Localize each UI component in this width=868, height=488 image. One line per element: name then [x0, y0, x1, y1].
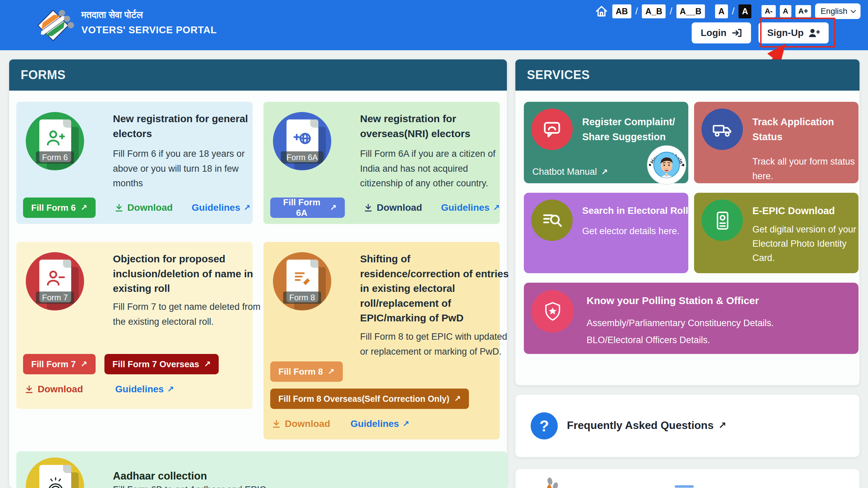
download-label: Download — [285, 418, 330, 429]
form6-description: Fill Form 6 if you are 18 years or above… — [113, 147, 265, 191]
form8-badge: Form 8 — [283, 292, 321, 304]
font-increase-button[interactable]: A+ — [795, 5, 811, 17]
chevron-down-icon — [851, 7, 856, 13]
form6a-guidelines-link[interactable]: Guidelines ↗ — [441, 202, 500, 213]
external-link-icon: ↗ — [402, 419, 409, 429]
form8-card: Form 8 Shifting of residence/correction … — [263, 242, 500, 439]
form7-badge: Form 7 — [36, 292, 74, 304]
search-electoral-roll-card[interactable]: Search in Electoral Roll Get elector det… — [524, 193, 688, 273]
app-header: मतदाता सेवा पोर्टल VOTERS' SERVICE PORTA… — [0, 0, 868, 50]
fill-form7-label: Fill Form 7 — [31, 359, 76, 370]
fill-form8-overseas-button[interactable]: Fill Form 8 Overseas(Self Correction Onl… — [270, 389, 469, 409]
home-icon[interactable] — [595, 4, 608, 18]
polling-line1: Assembly/Parliamentary Constituency Deta… — [587, 316, 851, 331]
person-plus-icon — [808, 27, 820, 38]
theme-light-button[interactable]: A — [715, 4, 728, 18]
skip-content-ab-button[interactable]: AB — [612, 4, 631, 18]
language-label: English — [821, 6, 847, 16]
separator: / — [635, 6, 638, 17]
partial-card — [515, 469, 860, 488]
voter-mitra-chatbot-button[interactable]: How can I help? Voter Mitra — [646, 145, 687, 185]
aadhaar-document-icon — [26, 457, 84, 488]
chatbot-manual-link[interactable]: Chatbot Manual ↗ — [532, 167, 608, 177]
register-complaint-title: Register Complaint/ Share Suggestion — [582, 115, 684, 144]
register-complaint-card[interactable]: Register Complaint/ Share Suggestion Cha… — [524, 102, 688, 183]
fill-form7-overseas-button[interactable]: Fill Form 7 Overseas ↗ — [104, 354, 219, 374]
form7-title: Objection for proposed inclusion/deletio… — [113, 251, 260, 296]
form8-title: Shifting of residence/correction of entr… — [360, 251, 509, 325]
external-link-icon: ↗ — [244, 203, 251, 212]
separator: / — [670, 6, 672, 17]
search-roll-description: Get elector details here. — [582, 224, 694, 239]
signup-label: Sign-Up — [767, 27, 804, 38]
form6a-badge: Form 6A — [281, 151, 323, 164]
search-roll-title: Search in Electoral Roll — [582, 204, 697, 218]
forms-section-title: FORMS — [9, 59, 507, 91]
form6a-download-link[interactable]: Download — [364, 202, 422, 213]
download-icon — [25, 385, 34, 394]
external-link-icon: ↗ — [80, 359, 87, 369]
polling-station-card[interactable]: Know your Polling Station & Officer Asse… — [524, 283, 859, 354]
fill-form7-button[interactable]: Fill Form 7 ↗ — [23, 354, 96, 374]
theme-dark-button[interactable]: A — [738, 4, 751, 18]
eepic-download-card[interactable]: E-EPIC Download Get digital version of y… — [694, 193, 859, 273]
eci-logo — [37, 7, 75, 44]
faq-card[interactable]: ? Frequently Asked Questions ↗ — [515, 395, 860, 457]
forms-panel: FORMS Form 6 New registration for genera… — [9, 59, 507, 488]
download-icon — [115, 203, 123, 212]
form6-download-link[interactable]: Download — [115, 202, 173, 213]
skip-content-a_b-button[interactable]: A_B — [642, 4, 666, 18]
external-link-icon: ↗ — [493, 203, 500, 212]
signup-button[interactable]: Sign-Up — [758, 22, 829, 43]
chat-bubble-icon — [531, 109, 573, 150]
question-mark-icon: ? — [531, 412, 558, 439]
fill-form8-overseas-label: Fill Form 8 Overseas(Self Correction Onl… — [278, 394, 449, 404]
form6a-card: Form 6A New registration for overseas(NR… — [263, 102, 500, 224]
services-panel: SERVICES Register Complaint/ Share Sugge… — [515, 59, 860, 385]
form8-download-link[interactable]: Download — [272, 418, 330, 429]
fill-form6a-label: Fill Form 6A — [278, 197, 325, 218]
font-normal-button[interactable]: A — [780, 5, 791, 17]
form6-title: New registration for general electors — [113, 111, 255, 141]
fill-form8-button[interactable]: Fill Form 8 ↗ — [270, 361, 343, 382]
form6-card: Form 6 New registration for general elec… — [16, 102, 253, 224]
track-status-title: Track Application Status — [752, 115, 844, 144]
form7-guidelines-link[interactable]: Guidelines ↗ — [115, 384, 174, 395]
download-label: Download — [377, 202, 422, 213]
language-select[interactable]: English — [815, 3, 861, 19]
eepic-title: E-EPIC Download — [752, 204, 861, 219]
form8-guidelines-link[interactable]: Guidelines ↗ — [351, 418, 409, 429]
faq-label: Frequently Asked Questions — [567, 419, 714, 432]
guidelines-label: Guidelines — [441, 202, 490, 213]
aadhaar-collection-card: Aadhaar collection Fill Form 6B to get A… — [16, 451, 507, 488]
font-decrease-button[interactable]: A- — [762, 5, 775, 17]
services-section-title: SERVICES — [515, 59, 860, 91]
shield-star-icon — [531, 290, 574, 333]
form6-guidelines-link[interactable]: Guidelines ↗ — [192, 202, 250, 213]
skip-content-a__b-button[interactable]: A__B — [676, 4, 705, 18]
login-icon — [731, 27, 742, 38]
form8-description: Fill Form 8 to get EPIC with updated or … — [360, 330, 516, 359]
question-mark-glyph: ? — [539, 417, 549, 435]
external-link-icon: ↗ — [718, 420, 726, 431]
brand-title-english: VOTERS' SERVICE PORTAL — [81, 24, 217, 36]
external-link-icon: ↗ — [167, 384, 174, 394]
chatbot-manual-label: Chatbot Manual — [532, 167, 597, 177]
polling-title: Know your Polling Station & Officer — [587, 293, 844, 308]
track-application-status-card[interactable]: Track Application Status Track all your … — [694, 102, 859, 183]
form6a-document-icon: Form 6A — [273, 112, 331, 170]
track-status-description: Track all your form status here. — [752, 154, 864, 184]
form6a-title: New registration for overseas(NRI) elect… — [360, 111, 502, 141]
fill-form6a-button[interactable]: Fill Form 6A ↗ — [270, 198, 345, 218]
external-link-icon: ↗ — [328, 367, 334, 376]
faq-link[interactable]: Frequently Asked Questions ↗ — [567, 419, 726, 432]
login-label: Login — [701, 27, 726, 38]
partial-link-text — [675, 485, 694, 488]
fill-form8-label: Fill Form 8 — [278, 367, 323, 377]
eepic-description: Get digital version of your Electoral Ph… — [752, 223, 866, 265]
download-icon — [272, 419, 281, 428]
login-button[interactable]: Login — [692, 22, 751, 43]
auth-buttons: Login Sign-Up — [692, 22, 829, 43]
fill-form6-button[interactable]: Fill Form 6 ↗ — [23, 198, 96, 218]
form7-download-link[interactable]: Download — [25, 384, 83, 395]
